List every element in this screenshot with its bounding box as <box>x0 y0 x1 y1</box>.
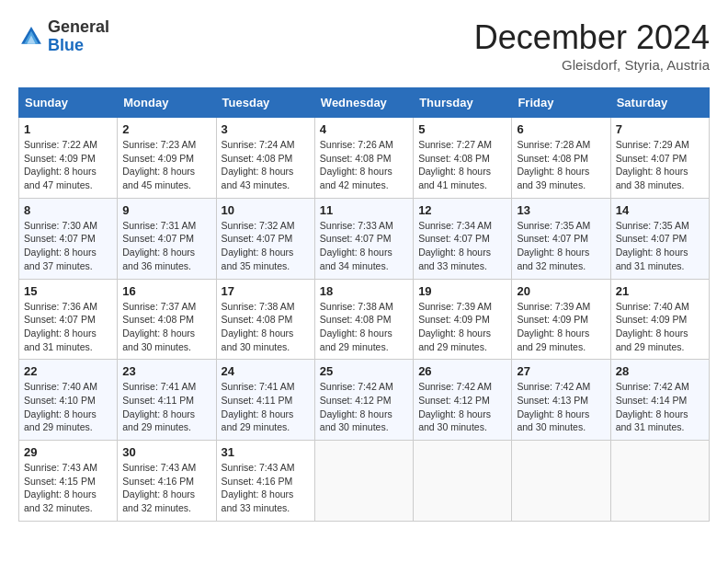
day-number: 14 <box>616 203 704 217</box>
table-row: 5Sunrise: 7:27 AMSunset: 4:08 PMDaylight… <box>414 118 512 199</box>
day-number: 26 <box>418 364 506 378</box>
day-info: Sunrise: 7:42 AMSunset: 4:13 PMDaylight:… <box>517 380 605 434</box>
col-saturday: Saturday <box>610 88 709 118</box>
col-sunday: Sunday <box>19 88 118 118</box>
day-number: 21 <box>616 284 704 298</box>
day-number: 22 <box>24 364 112 378</box>
day-info: Sunrise: 7:29 AMSunset: 4:07 PMDaylight:… <box>616 138 704 192</box>
table-row: 26Sunrise: 7:42 AMSunset: 4:12 PMDayligh… <box>414 360 512 441</box>
table-row: 18Sunrise: 7:38 AMSunset: 4:08 PMDayligh… <box>314 279 413 360</box>
day-info: Sunrise: 7:26 AMSunset: 4:08 PMDaylight:… <box>320 138 408 192</box>
table-row: 24Sunrise: 7:41 AMSunset: 4:11 PMDayligh… <box>216 360 314 441</box>
table-row: 16Sunrise: 7:37 AMSunset: 4:08 PMDayligh… <box>118 279 216 360</box>
table-row: 1Sunrise: 7:22 AMSunset: 4:09 PMDaylight… <box>19 118 118 199</box>
day-number: 23 <box>122 364 210 378</box>
day-info: Sunrise: 7:33 AMSunset: 4:07 PMDaylight:… <box>320 219 408 273</box>
day-number: 12 <box>418 203 506 217</box>
table-row: 17Sunrise: 7:38 AMSunset: 4:08 PMDayligh… <box>216 279 314 360</box>
day-number: 2 <box>122 122 210 136</box>
day-info: Sunrise: 7:27 AMSunset: 4:08 PMDaylight:… <box>418 138 506 192</box>
logo-text: General Blue <box>48 18 109 55</box>
table-row: 6Sunrise: 7:28 AMSunset: 4:08 PMDaylight… <box>512 118 610 199</box>
day-info: Sunrise: 7:30 AMSunset: 4:07 PMDaylight:… <box>24 219 112 273</box>
day-info: Sunrise: 7:38 AMSunset: 4:08 PMDaylight:… <box>320 300 408 354</box>
day-info: Sunrise: 7:23 AMSunset: 4:09 PMDaylight:… <box>122 138 210 192</box>
day-info: Sunrise: 7:42 AMSunset: 4:12 PMDaylight:… <box>418 380 506 434</box>
calendar-week-1: 1Sunrise: 7:22 AMSunset: 4:09 PMDaylight… <box>19 118 710 199</box>
day-number: 16 <box>122 284 210 298</box>
month-title: December 2024 <box>474 18 710 57</box>
calendar-week-5: 29Sunrise: 7:43 AMSunset: 4:15 PMDayligh… <box>19 441 710 522</box>
table-row: 10Sunrise: 7:32 AMSunset: 4:07 PMDayligh… <box>216 198 314 279</box>
day-info: Sunrise: 7:39 AMSunset: 4:09 PMDaylight:… <box>418 300 506 354</box>
table-row: 12Sunrise: 7:34 AMSunset: 4:07 PMDayligh… <box>414 198 512 279</box>
table-row: 4Sunrise: 7:26 AMSunset: 4:08 PMDaylight… <box>314 118 413 199</box>
day-info: Sunrise: 7:43 AMSunset: 4:15 PMDaylight:… <box>24 461 112 515</box>
title-block: December 2024 Gleisdorf, Styria, Austria <box>474 18 710 73</box>
table-row: 23Sunrise: 7:41 AMSunset: 4:11 PMDayligh… <box>118 360 216 441</box>
day-number: 1 <box>24 122 112 136</box>
table-row: 19Sunrise: 7:39 AMSunset: 4:09 PMDayligh… <box>414 279 512 360</box>
day-info: Sunrise: 7:31 AMSunset: 4:07 PMDaylight:… <box>122 219 210 273</box>
day-number: 18 <box>320 284 408 298</box>
table-row <box>610 441 709 522</box>
table-row: 9Sunrise: 7:31 AMSunset: 4:07 PMDaylight… <box>118 198 216 279</box>
table-row <box>512 441 610 522</box>
day-number: 25 <box>320 364 408 378</box>
logo-blue: Blue <box>48 36 84 54</box>
table-row: 15Sunrise: 7:36 AMSunset: 4:07 PMDayligh… <box>19 279 118 360</box>
table-row: 27Sunrise: 7:42 AMSunset: 4:13 PMDayligh… <box>512 360 610 441</box>
day-number: 19 <box>418 284 506 298</box>
day-number: 11 <box>320 203 408 217</box>
table-row: 11Sunrise: 7:33 AMSunset: 4:07 PMDayligh… <box>314 198 413 279</box>
day-number: 10 <box>222 203 310 217</box>
logo-general: General <box>48 17 109 36</box>
day-number: 24 <box>222 364 310 378</box>
table-row <box>414 441 512 522</box>
table-row: 22Sunrise: 7:40 AMSunset: 4:10 PMDayligh… <box>19 360 118 441</box>
day-number: 6 <box>517 122 605 136</box>
day-info: Sunrise: 7:41 AMSunset: 4:11 PMDaylight:… <box>122 380 210 434</box>
day-number: 5 <box>418 122 506 136</box>
col-friday: Friday <box>512 88 610 118</box>
table-row <box>314 441 413 522</box>
location-subtitle: Gleisdorf, Styria, Austria <box>474 57 710 73</box>
table-row: 14Sunrise: 7:35 AMSunset: 4:07 PMDayligh… <box>610 198 709 279</box>
calendar-header-row: Sunday Monday Tuesday Wednesday Thursday… <box>19 88 710 118</box>
calendar-week-2: 8Sunrise: 7:30 AMSunset: 4:07 PMDaylight… <box>19 198 710 279</box>
logo-icon <box>18 24 44 50</box>
day-number: 9 <box>122 203 210 217</box>
day-number: 3 <box>222 122 310 136</box>
table-row: 30Sunrise: 7:43 AMSunset: 4:16 PMDayligh… <box>118 441 216 522</box>
day-number: 7 <box>616 122 704 136</box>
table-row: 7Sunrise: 7:29 AMSunset: 4:07 PMDaylight… <box>610 118 709 199</box>
day-number: 27 <box>517 364 605 378</box>
day-number: 31 <box>222 445 310 459</box>
day-info: Sunrise: 7:43 AMSunset: 4:16 PMDaylight:… <box>222 461 310 515</box>
day-number: 4 <box>320 122 408 136</box>
table-row: 31Sunrise: 7:43 AMSunset: 4:16 PMDayligh… <box>216 441 314 522</box>
day-info: Sunrise: 7:37 AMSunset: 4:08 PMDaylight:… <box>122 300 210 354</box>
day-info: Sunrise: 7:35 AMSunset: 4:07 PMDaylight:… <box>517 219 605 273</box>
day-info: Sunrise: 7:35 AMSunset: 4:07 PMDaylight:… <box>616 219 704 273</box>
table-row: 29Sunrise: 7:43 AMSunset: 4:15 PMDayligh… <box>19 441 118 522</box>
day-info: Sunrise: 7:22 AMSunset: 4:09 PMDaylight:… <box>24 138 112 192</box>
table-row: 20Sunrise: 7:39 AMSunset: 4:09 PMDayligh… <box>512 279 610 360</box>
day-info: Sunrise: 7:34 AMSunset: 4:07 PMDaylight:… <box>418 219 506 273</box>
day-number: 20 <box>517 284 605 298</box>
table-row: 2Sunrise: 7:23 AMSunset: 4:09 PMDaylight… <box>118 118 216 199</box>
col-thursday: Thursday <box>414 88 512 118</box>
col-wednesday: Wednesday <box>314 88 413 118</box>
day-number: 15 <box>24 284 112 298</box>
day-info: Sunrise: 7:32 AMSunset: 4:07 PMDaylight:… <box>222 219 310 273</box>
table-row: 13Sunrise: 7:35 AMSunset: 4:07 PMDayligh… <box>512 198 610 279</box>
calendar-week-4: 22Sunrise: 7:40 AMSunset: 4:10 PMDayligh… <box>19 360 710 441</box>
table-row: 8Sunrise: 7:30 AMSunset: 4:07 PMDaylight… <box>19 198 118 279</box>
table-row: 3Sunrise: 7:24 AMSunset: 4:08 PMDaylight… <box>216 118 314 199</box>
page-header: General Blue December 2024 Gleisdorf, St… <box>18 18 710 73</box>
logo: General Blue <box>18 18 109 55</box>
day-number: 8 <box>24 203 112 217</box>
day-info: Sunrise: 7:42 AMSunset: 4:12 PMDaylight:… <box>320 380 408 434</box>
table-row: 25Sunrise: 7:42 AMSunset: 4:12 PMDayligh… <box>314 360 413 441</box>
day-info: Sunrise: 7:41 AMSunset: 4:11 PMDaylight:… <box>222 380 310 434</box>
